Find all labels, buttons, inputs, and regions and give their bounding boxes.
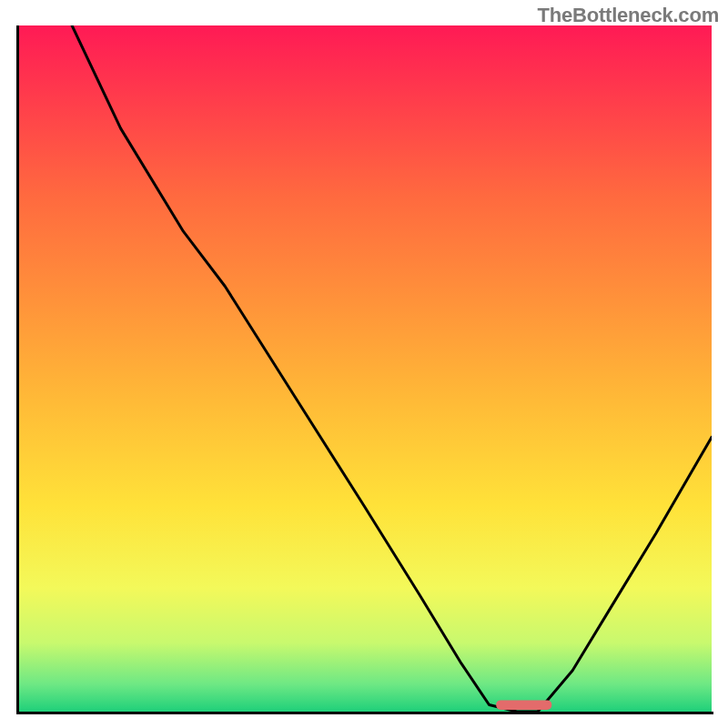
chart-frame: TheBottleneck.com — [0, 0, 728, 728]
bottleneck-chart-svg — [16, 25, 712, 712]
x-axis-line — [16, 712, 713, 714]
optimal-marker — [496, 700, 551, 710]
plot-area — [16, 25, 712, 712]
y-axis-line — [16, 25, 19, 713]
watermark-text: TheBottleneck.com — [537, 4, 719, 27]
